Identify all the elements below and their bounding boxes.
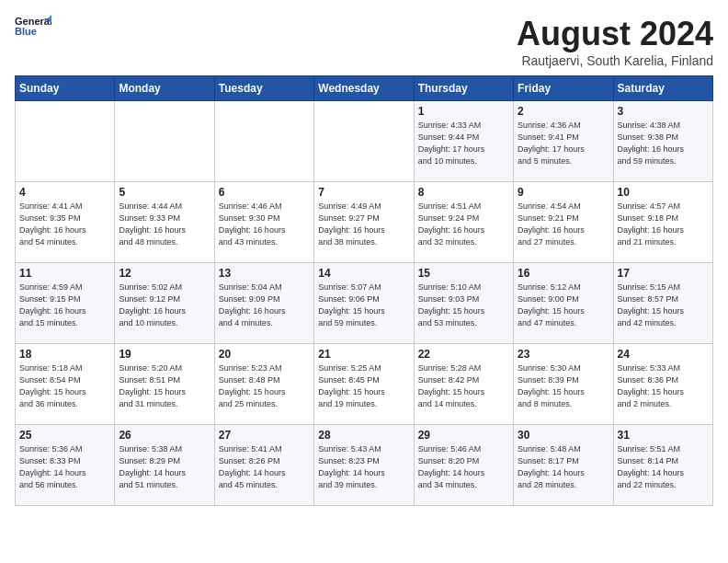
day-number: 17 bbox=[618, 267, 709, 280]
day-number: 1 bbox=[418, 105, 509, 118]
day-info: Sunrise: 5:20 AM Sunset: 8:51 PM Dayligh… bbox=[119, 362, 210, 410]
day-info: Sunrise: 4:41 AM Sunset: 9:35 PM Dayligh… bbox=[19, 201, 110, 248]
day-number: 16 bbox=[518, 267, 609, 280]
calendar-cell: 18Sunrise: 5:18 AM Sunset: 8:54 PM Dayli… bbox=[16, 344, 115, 425]
day-info: Sunrise: 4:49 AM Sunset: 9:27 PM Dayligh… bbox=[318, 201, 409, 248]
day-number: 31 bbox=[618, 429, 709, 442]
calendar-cell: 1Sunrise: 4:33 AM Sunset: 9:44 PM Daylig… bbox=[414, 101, 513, 182]
calendar-cell: 7Sunrise: 4:49 AM Sunset: 9:27 PM Daylig… bbox=[314, 182, 414, 263]
day-info: Sunrise: 5:48 AM Sunset: 8:17 PM Dayligh… bbox=[518, 443, 609, 491]
day-number: 10 bbox=[618, 186, 709, 199]
day-number: 2 bbox=[518, 105, 609, 118]
calendar-cell: 14Sunrise: 5:07 AM Sunset: 9:06 PM Dayli… bbox=[314, 263, 414, 344]
calendar-cell: 8Sunrise: 4:51 AM Sunset: 9:24 PM Daylig… bbox=[414, 182, 513, 263]
day-info: Sunrise: 5:43 AM Sunset: 8:23 PM Dayligh… bbox=[318, 443, 409, 491]
svg-text:General: General bbox=[15, 16, 51, 27]
day-info: Sunrise: 5:28 AM Sunset: 8:42 PM Dayligh… bbox=[418, 362, 509, 410]
day-number: 8 bbox=[418, 186, 509, 199]
day-number: 15 bbox=[418, 267, 509, 280]
calendar-cell: 25Sunrise: 5:36 AM Sunset: 8:33 PM Dayli… bbox=[16, 425, 115, 506]
day-number: 20 bbox=[219, 348, 310, 361]
day-info: Sunrise: 5:10 AM Sunset: 9:03 PM Dayligh… bbox=[418, 282, 509, 329]
calendar-cell: 19Sunrise: 5:20 AM Sunset: 8:51 PM Dayli… bbox=[115, 344, 214, 425]
calendar-cell: 4Sunrise: 4:41 AM Sunset: 9:35 PM Daylig… bbox=[16, 182, 115, 263]
calendar-cell: 27Sunrise: 5:41 AM Sunset: 8:26 PM Dayli… bbox=[214, 425, 313, 506]
day-info: Sunrise: 5:38 AM Sunset: 8:29 PM Dayligh… bbox=[119, 443, 210, 491]
calendar-cell: 16Sunrise: 5:12 AM Sunset: 9:00 PM Dayli… bbox=[514, 263, 613, 344]
location: Rautjaervi, South Karelia, Finland bbox=[517, 53, 713, 68]
day-number: 30 bbox=[518, 429, 609, 442]
day-number: 24 bbox=[618, 348, 709, 361]
svg-text:Blue: Blue bbox=[15, 26, 37, 37]
calendar-week-row: 11Sunrise: 4:59 AM Sunset: 9:15 PM Dayli… bbox=[16, 263, 713, 344]
day-info: Sunrise: 5:25 AM Sunset: 8:45 PM Dayligh… bbox=[318, 362, 409, 410]
day-info: Sunrise: 4:38 AM Sunset: 9:38 PM Dayligh… bbox=[618, 120, 709, 167]
calendar-cell: 24Sunrise: 5:33 AM Sunset: 8:36 PM Dayli… bbox=[613, 344, 712, 425]
day-info: Sunrise: 5:07 AM Sunset: 9:06 PM Dayligh… bbox=[318, 282, 409, 329]
day-number: 22 bbox=[418, 348, 509, 361]
day-number: 19 bbox=[119, 348, 210, 361]
calendar-cell: 20Sunrise: 5:23 AM Sunset: 8:48 PM Dayli… bbox=[214, 344, 313, 425]
calendar-week-row: 4Sunrise: 4:41 AM Sunset: 9:35 PM Daylig… bbox=[16, 182, 713, 263]
day-info: Sunrise: 4:57 AM Sunset: 9:18 PM Dayligh… bbox=[618, 201, 709, 248]
calendar-cell: 21Sunrise: 5:25 AM Sunset: 8:45 PM Dayli… bbox=[314, 344, 414, 425]
day-info: Sunrise: 5:18 AM Sunset: 8:54 PM Dayligh… bbox=[19, 362, 110, 410]
calendar-day-header: Sunday bbox=[16, 76, 115, 101]
day-info: Sunrise: 5:04 AM Sunset: 9:09 PM Dayligh… bbox=[219, 282, 310, 329]
day-info: Sunrise: 5:46 AM Sunset: 8:20 PM Dayligh… bbox=[418, 443, 509, 491]
day-info: Sunrise: 5:33 AM Sunset: 8:36 PM Dayligh… bbox=[618, 362, 709, 410]
day-number: 26 bbox=[119, 429, 210, 442]
day-number: 5 bbox=[119, 186, 210, 199]
calendar-day-header: Friday bbox=[514, 76, 613, 101]
calendar-cell: 11Sunrise: 4:59 AM Sunset: 9:15 PM Dayli… bbox=[16, 263, 115, 344]
calendar-cell: 5Sunrise: 4:44 AM Sunset: 9:33 PM Daylig… bbox=[115, 182, 214, 263]
day-number: 25 bbox=[19, 429, 110, 442]
day-info: Sunrise: 4:36 AM Sunset: 9:41 PM Dayligh… bbox=[518, 120, 609, 167]
day-info: Sunrise: 5:12 AM Sunset: 9:00 PM Dayligh… bbox=[518, 282, 609, 329]
calendar-table: SundayMondayTuesdayWednesdayThursdayFrid… bbox=[15, 75, 713, 506]
day-info: Sunrise: 4:59 AM Sunset: 9:15 PM Dayligh… bbox=[19, 282, 110, 329]
calendar-week-row: 18Sunrise: 5:18 AM Sunset: 8:54 PM Dayli… bbox=[16, 344, 713, 425]
day-number: 4 bbox=[19, 186, 110, 199]
logo-icon: General Blue bbox=[15, 15, 51, 40]
calendar-cell: 23Sunrise: 5:30 AM Sunset: 8:39 PM Dayli… bbox=[514, 344, 613, 425]
calendar-cell bbox=[16, 101, 115, 182]
logo: General Blue bbox=[15, 15, 51, 40]
day-info: Sunrise: 4:33 AM Sunset: 9:44 PM Dayligh… bbox=[418, 120, 509, 167]
day-info: Sunrise: 4:51 AM Sunset: 9:24 PM Dayligh… bbox=[418, 201, 509, 248]
month-title: August 2024 bbox=[517, 15, 713, 53]
calendar-cell bbox=[314, 101, 414, 182]
day-number: 21 bbox=[318, 348, 409, 361]
day-number: 9 bbox=[518, 186, 609, 199]
day-number: 6 bbox=[219, 186, 310, 199]
calendar-day-header: Saturday bbox=[613, 76, 712, 101]
calendar-cell: 29Sunrise: 5:46 AM Sunset: 8:20 PM Dayli… bbox=[414, 425, 513, 506]
calendar-cell: 30Sunrise: 5:48 AM Sunset: 8:17 PM Dayli… bbox=[514, 425, 613, 506]
calendar-day-header: Wednesday bbox=[314, 76, 414, 101]
day-number: 13 bbox=[219, 267, 310, 280]
day-number: 27 bbox=[219, 429, 310, 442]
day-number: 18 bbox=[19, 348, 110, 361]
calendar-cell: 10Sunrise: 4:57 AM Sunset: 9:18 PM Dayli… bbox=[613, 182, 712, 263]
page-header: General Blue August 2024 Rautjaervi, Sou… bbox=[15, 15, 713, 68]
calendar-cell: 22Sunrise: 5:28 AM Sunset: 8:42 PM Dayli… bbox=[414, 344, 513, 425]
calendar-cell: 15Sunrise: 5:10 AM Sunset: 9:03 PM Dayli… bbox=[414, 263, 513, 344]
calendar-body: 1Sunrise: 4:33 AM Sunset: 9:44 PM Daylig… bbox=[16, 101, 713, 506]
calendar-cell: 3Sunrise: 4:38 AM Sunset: 9:38 PM Daylig… bbox=[613, 101, 712, 182]
calendar-cell: 12Sunrise: 5:02 AM Sunset: 9:12 PM Dayli… bbox=[115, 263, 214, 344]
calendar-cell: 13Sunrise: 5:04 AM Sunset: 9:09 PM Dayli… bbox=[214, 263, 313, 344]
calendar-cell: 2Sunrise: 4:36 AM Sunset: 9:41 PM Daylig… bbox=[514, 101, 613, 182]
day-info: Sunrise: 5:30 AM Sunset: 8:39 PM Dayligh… bbox=[518, 362, 609, 410]
day-number: 14 bbox=[318, 267, 409, 280]
calendar-cell bbox=[115, 101, 214, 182]
calendar-cell: 6Sunrise: 4:46 AM Sunset: 9:30 PM Daylig… bbox=[214, 182, 313, 263]
calendar-day-header: Tuesday bbox=[214, 76, 313, 101]
title-section: August 2024 Rautjaervi, South Karelia, F… bbox=[517, 15, 713, 68]
calendar-cell: 9Sunrise: 4:54 AM Sunset: 9:21 PM Daylig… bbox=[514, 182, 613, 263]
day-info: Sunrise: 5:36 AM Sunset: 8:33 PM Dayligh… bbox=[19, 443, 110, 491]
day-number: 23 bbox=[518, 348, 609, 361]
day-number: 12 bbox=[119, 267, 210, 280]
day-info: Sunrise: 5:15 AM Sunset: 8:57 PM Dayligh… bbox=[618, 282, 709, 329]
calendar-cell: 31Sunrise: 5:51 AM Sunset: 8:14 PM Dayli… bbox=[613, 425, 712, 506]
day-info: Sunrise: 5:23 AM Sunset: 8:48 PM Dayligh… bbox=[219, 362, 310, 410]
